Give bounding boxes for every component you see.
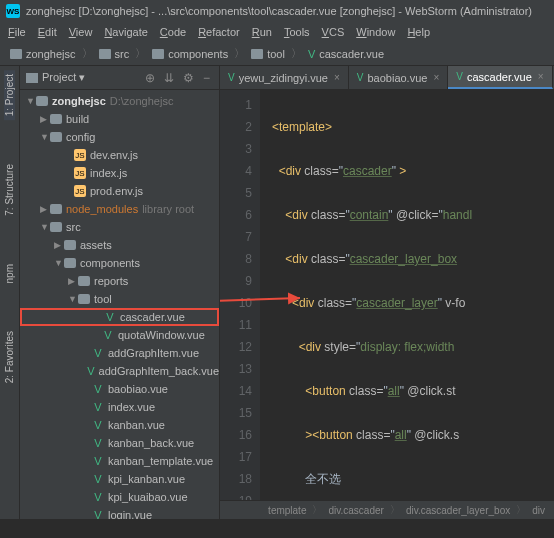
tree-item[interactable]: Vbaobiao.vue [20,380,219,398]
breadcrumb-item[interactable]: Vcascader.vue [304,48,388,60]
breadcrumb-item[interactable]: tool [247,48,289,60]
editor-tab[interactable]: Vyewu_zidingyi.vue× [220,66,349,89]
tree-item[interactable]: Vlogin.vue [20,506,219,519]
tree-item[interactable]: JSindex.js [20,164,219,182]
tool-tab[interactable]: 2: Favorites [4,327,15,387]
menu-file[interactable]: File [2,26,32,38]
tool-tab[interactable]: 7: Structure [4,160,15,220]
breadcrumb-item[interactable]: zonghejsc [6,48,80,60]
editor-tab[interactable]: Vcascader.vue× [448,66,552,89]
project-panel-header: Project ▾ ⊕ ⇊ ⚙ − [20,66,219,90]
code-area[interactable]: 123456789101112131415161718192021 <templ… [220,90,554,500]
folder-icon [26,73,38,83]
menu-code[interactable]: Code [154,26,192,38]
tree-item[interactable]: VquotaWindow.vue [20,326,219,344]
tool-tab[interactable]: 1: Project [4,70,15,120]
tool-tab[interactable]: npm [4,260,15,287]
title-bar: WS zonghejsc [D:\zonghejsc] - ...\src\co… [0,0,554,22]
breadcrumb-item[interactable]: components [148,48,232,60]
editor-tabs: Vyewu_zidingyi.vue×Vbaobiao.vue×Vcascade… [220,66,554,90]
settings-gear-icon[interactable]: ⚙ [180,71,197,85]
structure-breadcrumb[interactable]: template〉div.cascader〉div.cascader_layer… [220,500,554,519]
tree-item[interactable]: ▼tool [20,290,219,308]
tree-item[interactable]: ▼components [20,254,219,272]
tree-item[interactable]: Vkpi_kuaibao.vue [20,488,219,506]
tree-item[interactable]: ▶build [20,110,219,128]
close-icon[interactable]: × [334,72,340,83]
tree-item[interactable]: VaddGraphItem.vue [20,344,219,362]
tree-item[interactable]: ▶reports [20,272,219,290]
structure-crumb[interactable]: div [529,505,548,516]
menu-help[interactable]: Help [401,26,436,38]
line-gutter: 123456789101112131415161718192021 [220,90,260,500]
editor-tab[interactable]: Vbaobiao.vue× [349,66,448,89]
menu-vcs[interactable]: VCS [316,26,351,38]
editor: Vyewu_zidingyi.vue×Vbaobiao.vue×Vcascade… [220,66,554,519]
tree-item[interactable]: Vindex.vue [20,398,219,416]
structure-crumb[interactable]: template [265,505,309,516]
structure-crumb[interactable]: div.cascader_layer_box [403,505,513,516]
tree-item[interactable]: JSdev.env.js [20,146,219,164]
menu-tools[interactable]: Tools [278,26,316,38]
close-icon[interactable]: × [433,72,439,83]
tree-item[interactable]: Vkanban_back.vue [20,434,219,452]
menu-run[interactable]: Run [246,26,278,38]
breadcrumb-item[interactable]: src [95,48,134,60]
menu-bar: FileEditViewNavigateCodeRefactorRunTools… [0,22,554,42]
menu-window[interactable]: Window [350,26,401,38]
tool-window-stripe: 1: Project7: Structurenpm2: Favorites [0,66,20,519]
project-tree[interactable]: ▼zonghejscD:\zonghejsc▶build▼configJSdev… [20,90,219,519]
menu-view[interactable]: View [63,26,99,38]
project-panel: Project ▾ ⊕ ⇊ ⚙ − ▼zonghejscD:\zonghejsc… [20,66,220,519]
tree-item[interactable]: Vcascader.vue [20,308,219,326]
project-dropdown[interactable]: Project ▾ [42,71,142,84]
close-icon[interactable]: × [538,71,544,82]
scroll-from-source-icon[interactable]: ⊕ [142,71,158,85]
tree-item[interactable]: JSprod.env.js [20,182,219,200]
menu-navigate[interactable]: Navigate [98,26,153,38]
tree-item[interactable]: ▼zonghejscD:\zonghejsc [20,92,219,110]
webstorm-icon: WS [6,4,20,18]
tree-item[interactable]: ▼config [20,128,219,146]
menu-edit[interactable]: Edit [32,26,63,38]
window-title: zonghejsc [D:\zonghejsc] - ...\src\compo… [26,5,532,17]
tree-item[interactable]: ▼src [20,218,219,236]
tree-item[interactable]: VaddGraphItem_back.vue [20,362,219,380]
tree-item[interactable]: Vkpi_kanban.vue [20,470,219,488]
navigation-bar: zonghejsc〉src〉components〉tool〉Vcascader.… [0,42,554,66]
collapse-all-icon[interactable]: ⇊ [161,71,177,85]
menu-refactor[interactable]: Refactor [192,26,246,38]
tree-item[interactable]: Vkanban_template.vue [20,452,219,470]
tree-item[interactable]: ▶node_moduleslibrary root [20,200,219,218]
hide-panel-icon[interactable]: − [200,71,213,85]
tree-item[interactable]: Vkanban.vue [20,416,219,434]
tree-item[interactable]: ▶assets [20,236,219,254]
structure-crumb[interactable]: div.cascader [325,505,386,516]
code-content[interactable]: <template> <div class="cascader" > <div … [260,90,554,500]
